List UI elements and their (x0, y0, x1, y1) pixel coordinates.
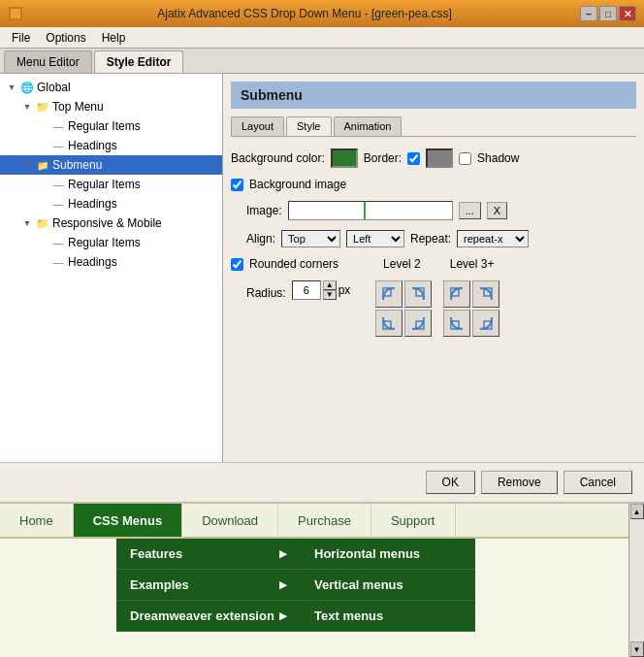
tree-item-headings-1[interactable]: — Headings (0, 136, 222, 155)
shadow-checkbox[interactable] (459, 152, 471, 165)
tree-label-headings-3: Headings (68, 255, 117, 269)
nav-download[interactable]: Download (182, 504, 278, 537)
bg-color-swatch[interactable] (331, 148, 358, 168)
corner-bl-2[interactable] (375, 310, 402, 337)
tree-item-global[interactable]: ▼ 🌐 Global (0, 78, 222, 97)
svg-rect-1 (11, 9, 20, 18)
corner-br-2[interactable] (404, 310, 432, 337)
align-row: Align: Top Center Bottom Left Center Rig… (231, 230, 636, 247)
repeat-select[interactable]: repeat-x repeat-y repeat no-repeat (457, 230, 529, 247)
nav-home[interactable]: Home (0, 504, 74, 537)
border-color-swatch[interactable] (426, 148, 453, 168)
right-panel: Submenu Layout Style Animation Backgroun… (223, 74, 644, 462)
tree-item-regular-2[interactable]: — Regular Items (0, 175, 222, 194)
sub-tab-style[interactable]: Style (286, 116, 331, 136)
level2-label: Level 2 (383, 257, 421, 271)
corner-tl-3[interactable] (443, 280, 470, 308)
sub-tab-layout[interactable]: Layout (231, 116, 284, 136)
sub-item-vertical[interactable]: Vertical menus (301, 570, 475, 601)
rounded-row: Rounded corners Level 2 Level 3+ (231, 257, 636, 271)
radius-row: Radius: 6 ▲ ▼ px (231, 280, 636, 337)
tab-style-editor[interactable]: Style Editor (94, 50, 184, 73)
scroll-track[interactable] (630, 519, 644, 641)
tree-item-responsive[interactable]: ▼ 📁 Responsive & Mobile (0, 214, 222, 233)
line-icon: — (50, 138, 66, 153)
remove-button[interactable]: Remove (481, 471, 558, 494)
bg-color-label: Background color: (231, 151, 325, 165)
sub-tab-bar: Layout Style Animation (231, 116, 636, 137)
image-input-right[interactable] (366, 201, 453, 220)
sub-dropdown-menu: Horizontal menus Vertical menus Text men… (301, 539, 475, 632)
cancel-button[interactable]: Cancel (564, 471, 632, 494)
globe-icon: 🌐 (19, 80, 35, 95)
tree-label-regular-3: Regular Items (68, 236, 141, 249)
align-v-select[interactable]: Top Center Bottom (281, 230, 340, 247)
arrow-icon: ▶ (279, 548, 287, 559)
browse-button[interactable]: ... (459, 202, 481, 219)
app-icon (8, 6, 23, 21)
maximize-button[interactable]: □ (599, 6, 617, 21)
spacer (35, 254, 50, 270)
spinner-buttons: ▲ ▼ (323, 280, 337, 300)
corner-bl-3[interactable] (443, 310, 470, 337)
radius-input[interactable]: 6 (292, 280, 321, 300)
align-h-select[interactable]: Left Center Right (346, 230, 404, 247)
corner-br-3[interactable] (472, 310, 499, 337)
clear-button[interactable]: X (487, 202, 507, 219)
tree-label-submenu: Submenu (52, 158, 102, 172)
sub-tab-animation[interactable]: Animation (334, 116, 402, 136)
corner-grid-level2 (375, 280, 432, 337)
border-label: Border: (364, 151, 402, 165)
dropdown-dreamweaver[interactable]: Dreamweaver extension ▶ (116, 601, 301, 632)
image-input-left[interactable] (288, 201, 366, 220)
scroll-up-arrow[interactable]: ▲ (630, 504, 644, 519)
image-input-container (288, 201, 453, 220)
border-checkbox[interactable] (407, 152, 420, 165)
scroll-down-arrow[interactable]: ▼ (630, 641, 644, 657)
sub-item-horizontal[interactable]: Horizontal menus (301, 539, 475, 570)
tab-menu-editor[interactable]: Menu Editor (4, 50, 92, 73)
tree-item-top-menu[interactable]: ▼ 📁 Top Menu (0, 97, 222, 116)
tree-item-regular-3[interactable]: — Regular Items (0, 233, 222, 252)
nav-css-menus[interactable]: CSS Menus (74, 504, 183, 537)
corner-tr-3[interactable] (472, 280, 499, 308)
menu-options[interactable]: Options (38, 29, 93, 47)
minimize-button[interactable]: – (580, 6, 597, 21)
folder-icon: 📁 (35, 157, 50, 173)
expand-icon: ▼ (4, 80, 19, 95)
line-icon: — (50, 254, 66, 270)
bg-image-checkbox[interactable] (231, 179, 243, 191)
rounded-checkbox[interactable] (231, 258, 243, 271)
dropdown-examples[interactable]: Examples ▶ (116, 570, 301, 601)
spinner-down[interactable]: ▼ (323, 290, 337, 300)
arrow-icon: ▶ (279, 610, 287, 621)
spinner-up[interactable]: ▲ (323, 280, 337, 290)
tree-item-headings-3[interactable]: — Headings (0, 252, 222, 272)
rounded-label: Rounded corners (249, 257, 338, 271)
corner-tl-2[interactable] (375, 280, 402, 308)
window-controls[interactable]: – □ ✕ (580, 6, 636, 21)
preview-scrollbar[interactable]: ▲ ▼ (628, 504, 644, 657)
title-bar: Ajatix Advanced CSS Drop Down Menu - [gr… (0, 0, 644, 27)
nav-support[interactable]: Support (371, 504, 456, 537)
align-label: Align: (246, 232, 275, 246)
menu-file[interactable]: File (4, 29, 38, 47)
spacer (35, 177, 50, 192)
tree-label-regular-2: Regular Items (68, 178, 141, 191)
expand-icon: ▼ (19, 157, 35, 173)
sub-item-text[interactable]: Text menus (301, 601, 475, 632)
menu-help[interactable]: Help (94, 29, 134, 47)
tree-item-headings-2[interactable]: — Headings (0, 194, 222, 214)
folder-icon: 📁 (35, 99, 50, 115)
dropdown-features[interactable]: Features ▶ (116, 539, 301, 570)
tree-item-submenu[interactable]: ▼ 📁 Submenu (0, 155, 222, 175)
close-button[interactable]: ✕ (619, 6, 636, 21)
corner-tr-2[interactable] (404, 280, 432, 308)
folder-icon: 📁 (35, 215, 50, 231)
nav-purchase[interactable]: Purchase (278, 504, 371, 537)
ok-button[interactable]: OK (426, 471, 475, 494)
line-icon: — (50, 177, 66, 192)
line-icon: — (50, 235, 66, 250)
line-icon: — (50, 196, 66, 212)
tree-item-regular-1[interactable]: — Regular Items (0, 116, 222, 136)
